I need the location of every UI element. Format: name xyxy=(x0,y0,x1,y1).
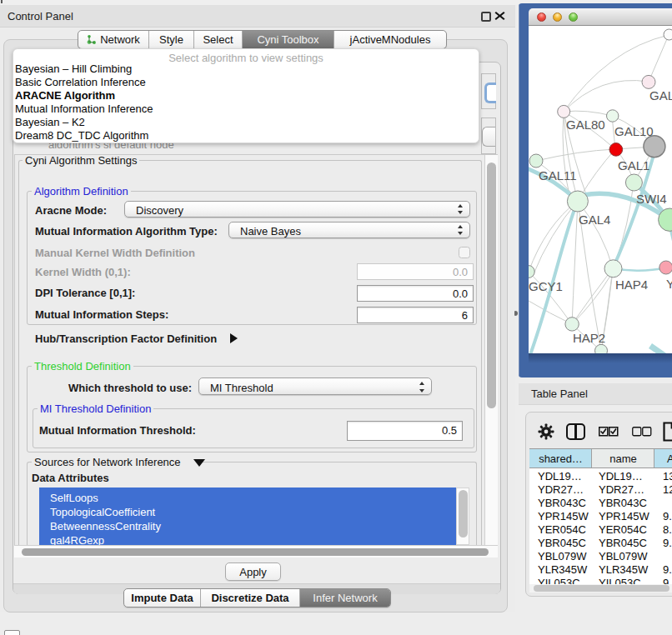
svg-text:YJ: YJ xyxy=(666,277,672,291)
svg-text:GAL10: GAL10 xyxy=(614,124,654,138)
svg-text:HAP2: HAP2 xyxy=(573,331,605,345)
svg-text:GCY1: GCY1 xyxy=(529,279,563,293)
svg-text:GAL4: GAL4 xyxy=(579,212,610,227)
svg-text:GAL1: GAL1 xyxy=(618,158,649,172)
svg-text:SWI4: SWI4 xyxy=(636,192,667,206)
svg-text:HAP4: HAP4 xyxy=(615,278,648,292)
svg-text:GAL7: GAL7 xyxy=(649,88,672,102)
svg-text:GAL80: GAL80 xyxy=(566,118,605,132)
svg-text:GAL11: GAL11 xyxy=(539,168,577,182)
